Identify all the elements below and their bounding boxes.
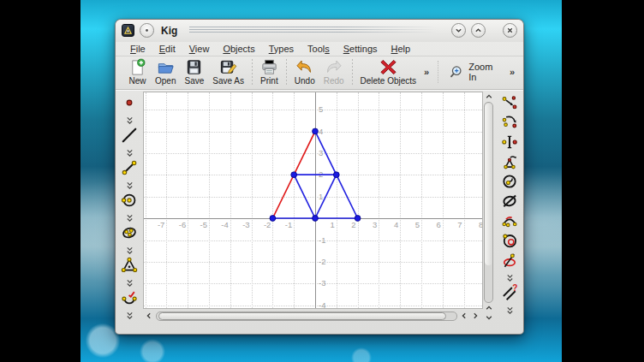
save-as-icon (219, 58, 237, 76)
menu-item-settings[interactable]: Settings (337, 43, 384, 55)
menu-item-tools[interactable]: Tools (301, 43, 336, 55)
save-as-button[interactable]: Save As (208, 57, 248, 86)
app-icon[interactable] (122, 24, 134, 37)
toolbar-extension-chevron[interactable] (121, 148, 138, 158)
conic-line-tool[interactable] (501, 253, 518, 270)
point-tool[interactable] (121, 96, 138, 113)
circle-tool[interactable] (121, 193, 138, 211)
expand-chevron (126, 308, 134, 323)
polygon-tool[interactable] (121, 258, 138, 276)
toolbar-extension-chevron[interactable] (501, 273, 518, 283)
segment[interactable] (315, 175, 337, 218)
point[interactable] (313, 216, 319, 222)
menu-item-edit[interactable]: Edit (153, 43, 182, 55)
toolbar-extension-chevron[interactable] (501, 306, 518, 316)
undo-button[interactable]: Undo (290, 57, 319, 86)
scroll-up-icon[interactable] (485, 304, 493, 312)
scale-icon (501, 153, 518, 174)
toolbar-extension-chevron[interactable] (121, 116, 138, 126)
save-button[interactable]: Save (180, 57, 208, 86)
toolbar-button-label: Save (184, 76, 204, 86)
conic-icon (121, 224, 138, 245)
horizontal-scroll-thumb[interactable] (158, 312, 446, 320)
segment-tool[interactable] (121, 161, 138, 178)
point[interactable] (291, 172, 297, 178)
print-button[interactable]: Print (256, 57, 283, 86)
scale-tool[interactable] (501, 155, 518, 172)
open-button[interactable]: Open (151, 57, 180, 86)
menu-item-view[interactable]: View (183, 43, 216, 55)
circle-point-tool[interactable] (501, 234, 518, 251)
delete-objects-button[interactable]: Delete Objects (356, 57, 421, 86)
menu-item-objects[interactable]: Objects (217, 43, 260, 55)
horizontal-scrollbar[interactable] (143, 309, 481, 323)
scroll-down-icon[interactable] (485, 313, 493, 322)
svg-text:?: ? (512, 284, 517, 293)
translate-tool[interactable] (501, 96, 518, 113)
point[interactable] (270, 216, 276, 222)
scroll-left-icon[interactable] (145, 312, 153, 320)
minimize-button[interactable] (451, 23, 466, 38)
toolbar-overflow-chevron[interactable]: » (506, 67, 518, 77)
line-icon (121, 127, 138, 147)
titlebar[interactable]: Kig (116, 20, 523, 42)
vertical-scrollbar[interactable] (481, 92, 496, 323)
point-reflect-icon (501, 134, 518, 154)
toolbar-button-label: Undo (295, 76, 315, 86)
zoom-in-button[interactable]: Zoom In (445, 61, 503, 83)
menu-item-help[interactable]: Help (385, 43, 417, 55)
menu-item-types[interactable]: Types (263, 43, 300, 55)
menubar: FileEditViewObjectsTypesToolsSettingsHel… (116, 42, 523, 56)
parallel-test-tool[interactable]: ? (501, 286, 518, 303)
scroll-left-icon[interactable] (460, 312, 468, 320)
horizontal-scroll-track[interactable] (156, 312, 457, 321)
menu-item-file[interactable]: File (124, 43, 152, 55)
toolbar-extension-chevron[interactable] (121, 213, 138, 223)
point-icon (121, 94, 138, 115)
point[interactable] (333, 172, 339, 178)
point[interactable] (313, 128, 319, 134)
point[interactable] (355, 216, 361, 222)
segment[interactable] (294, 175, 315, 218)
vertical-scroll-track[interactable] (484, 102, 493, 303)
parallel-test-icon: ? (501, 284, 518, 305)
test-tool[interactable] (501, 194, 518, 211)
new-button[interactable]: New (124, 57, 151, 86)
toolbar-extension-chevron[interactable] (121, 278, 138, 288)
desktop: Kig FileEditViewObjectsTypesToolsSetting… (0, 0, 644, 362)
main-toolbar: NewOpenSaveSave AsPrintUndoRedoDelete Ob… (116, 56, 523, 91)
toolbar-button-label: Print (260, 76, 278, 86)
polygon-icon (121, 257, 138, 277)
toolbar-extension-chevron[interactable] (121, 311, 138, 321)
arc-tool[interactable] (501, 214, 518, 231)
vertical-scroll-thumb[interactable] (485, 104, 492, 265)
rotate-tool[interactable] (501, 116, 518, 133)
window-title: Kig (159, 25, 179, 37)
angle-tool[interactable] (121, 291, 138, 308)
conic-tool[interactable] (121, 226, 138, 243)
close-button[interactable] (503, 23, 517, 38)
scroll-right-icon[interactable] (471, 312, 480, 320)
toolbar-button-label: Delete Objects (361, 76, 417, 86)
new-document-icon (128, 58, 146, 76)
window-menu-button[interactable] (140, 23, 154, 38)
transformations-dock: ? (496, 92, 523, 323)
circle-point-icon (501, 232, 518, 252)
geometry-canvas[interactable]: -8-7-6-5-4-3-2-11234567854321-1-2-3-4 (143, 92, 483, 309)
delete-objects-icon (379, 58, 397, 76)
scroll-up-icon[interactable] (485, 92, 493, 101)
line-tool[interactable] (121, 128, 138, 145)
toolbar-extension-chevron[interactable] (121, 246, 138, 256)
toolbar-button-label: Redo (324, 76, 344, 86)
toolbar-extension-chevron[interactable] (121, 181, 138, 191)
inversion-tool[interactable] (501, 175, 518, 192)
maximize-button[interactable] (471, 23, 486, 38)
point-reflect-tool[interactable] (501, 135, 518, 152)
rotate-icon (501, 114, 518, 134)
toolbar-overflow-chevron[interactable]: » (420, 67, 432, 77)
undo-icon (295, 58, 313, 76)
toolbar-separator (286, 59, 287, 85)
print-icon (260, 58, 278, 76)
toolbar-button-label: New (128, 76, 146, 86)
segment-icon (121, 159, 138, 180)
